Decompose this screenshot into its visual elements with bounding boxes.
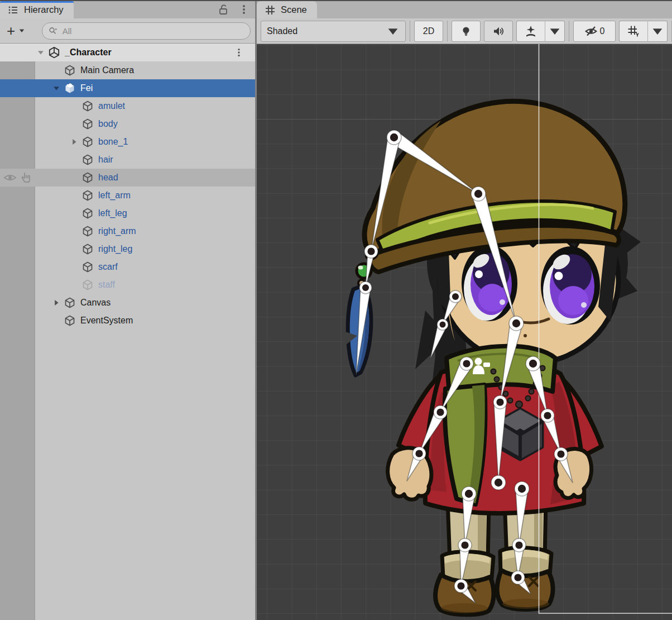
hierarchy-item-left-leg[interactable]: left_leg xyxy=(0,204,255,222)
bone-joint-center xyxy=(495,479,502,487)
2d-label: 2D xyxy=(423,26,434,36)
hierarchy-search-field[interactable] xyxy=(42,22,251,40)
left-eye xyxy=(462,245,517,321)
search-input[interactable] xyxy=(61,26,244,36)
gameobject-cube-icon xyxy=(81,189,94,202)
create-dropdown-caret-icon xyxy=(18,27,25,34)
scene-viewport[interactable] xyxy=(257,44,672,620)
prefab-cube-icon xyxy=(64,82,76,94)
gameobject-cube-icon xyxy=(81,100,94,112)
bone-joint-center xyxy=(474,190,482,198)
visibility-eye-icon[interactable] xyxy=(3,171,17,184)
item-label: Main Camera xyxy=(80,65,134,75)
item-label: right_arm xyxy=(98,226,136,236)
right-eye xyxy=(541,246,600,325)
item-label: scarf xyxy=(98,262,118,272)
item-label: left_leg xyxy=(98,208,127,218)
hierarchy-item-eventsystem[interactable]: EventSystem xyxy=(0,312,255,330)
gameobject-cube-icon xyxy=(81,243,94,255)
grid-visibility-button[interactable] xyxy=(619,21,647,42)
foldout-open-icon[interactable] xyxy=(37,49,45,56)
hidden-count: 0 xyxy=(600,26,605,36)
bone-joint-center xyxy=(436,408,444,416)
toolbar-separator xyxy=(447,21,448,42)
effects-star-icon xyxy=(524,25,537,38)
speaker-icon xyxy=(492,25,505,38)
hierarchy-tab-label: Hierarchy xyxy=(24,4,64,15)
gameobject-cube-icon xyxy=(64,314,76,327)
scene-effects-button[interactable] xyxy=(516,21,545,42)
create-gameobject-button[interactable]: + xyxy=(4,23,27,38)
scene-panel: Scene Shaded 2D 0 xyxy=(257,0,672,620)
2d-mode-button[interactable]: 2D xyxy=(414,21,443,42)
hierarchy-item-main-camera[interactable]: Main Camera xyxy=(0,61,255,79)
tab-scene[interactable]: Scene xyxy=(257,1,317,18)
window-top-edge xyxy=(0,0,672,1)
bone-joint-center xyxy=(512,319,520,327)
bone-joint-center xyxy=(463,360,470,367)
hierarchy-item-hair[interactable]: hair xyxy=(0,151,255,169)
bone-joint-center xyxy=(440,322,446,328)
hierarchy-item-canvas[interactable]: Canvas xyxy=(0,294,255,312)
hierarchy-item-body[interactable]: body xyxy=(0,115,255,133)
scene-tab-label: Scene xyxy=(281,4,307,15)
hidden-objects-button[interactable]: 0 xyxy=(573,21,616,42)
picking-hand-icon[interactable] xyxy=(20,171,32,184)
unlock-icon[interactable] xyxy=(217,3,229,16)
gameobject-cube-icon xyxy=(81,171,94,184)
hierarchy-list-icon xyxy=(8,4,19,16)
scene-lighting-button[interactable] xyxy=(452,21,481,42)
bone-joint-center xyxy=(465,490,473,498)
gameobject-cube-faded-icon xyxy=(81,279,94,291)
item-label: hair xyxy=(98,155,113,165)
hierarchy-tree: _Character Main Camera Fei amulet body xyxy=(0,44,255,620)
draw-mode-dropdown[interactable]: Shaded xyxy=(261,21,406,42)
bone-joint-center xyxy=(544,412,551,419)
eye-off-icon xyxy=(584,25,598,38)
bone-joint-center xyxy=(461,541,468,549)
gameobject-cube-icon xyxy=(81,207,94,220)
gameobject-cube-icon xyxy=(81,261,94,273)
hierarchy-item-right-leg[interactable]: right_leg xyxy=(0,240,255,258)
item-label: bone_1 xyxy=(98,137,128,147)
search-icon xyxy=(48,26,58,36)
hierarchy-item-head[interactable]: head xyxy=(0,169,255,187)
hierarchy-item-right-arm[interactable]: right_arm xyxy=(0,222,255,240)
scene-effects-dropdown[interactable] xyxy=(545,21,565,42)
hierarchy-tabbar: Hierarchy xyxy=(0,0,255,18)
hierarchy-item-staff[interactable]: staff xyxy=(0,276,255,294)
hierarchy-item-bone-1[interactable]: bone_1 xyxy=(0,133,255,151)
scene-header-row[interactable]: _Character xyxy=(0,44,255,61)
panel-splitter[interactable] xyxy=(255,0,257,620)
item-label: left_arm xyxy=(98,190,131,201)
toolbar-separator xyxy=(569,21,569,42)
grid-visibility-dropdown[interactable] xyxy=(647,21,668,42)
foldout-closed-icon[interactable] xyxy=(52,299,60,307)
chevron-down-icon xyxy=(548,25,561,38)
gameobject-cube-icon xyxy=(64,64,76,77)
chevron-down-icon xyxy=(386,25,400,38)
bone-joint-center xyxy=(515,541,522,549)
panel-menu-kebab-icon[interactable] xyxy=(238,4,249,15)
hierarchy-item-amulet[interactable]: amulet xyxy=(0,97,255,115)
foldout-open-icon[interactable] xyxy=(52,84,60,92)
bone-joint-center xyxy=(557,450,564,457)
hierarchy-item-left-arm[interactable]: left_arm xyxy=(0,187,255,204)
gameobject-cube-icon xyxy=(81,154,94,166)
bone-joint-center xyxy=(518,485,526,493)
scene-audio-button[interactable] xyxy=(484,21,513,42)
scene-tabbar: Scene xyxy=(257,0,672,18)
bone-joint-center xyxy=(457,582,464,589)
bone-joint-center xyxy=(529,360,537,368)
hierarchy-item-scarf[interactable]: scarf xyxy=(0,258,255,276)
scene-options-kebab-icon[interactable] xyxy=(234,47,244,58)
item-label: Fei xyxy=(80,83,93,93)
gameobject-cube-icon xyxy=(81,225,94,237)
hierarchy-item-fei[interactable]: Fei xyxy=(0,79,255,97)
bone-joint-center xyxy=(367,247,375,255)
tab-hierarchy[interactable]: Hierarchy xyxy=(0,1,74,18)
gameobject-cube-icon xyxy=(64,297,76,309)
plus-icon: + xyxy=(7,23,15,38)
bone-joint-center xyxy=(362,284,369,291)
foldout-closed-icon[interactable] xyxy=(70,138,78,146)
